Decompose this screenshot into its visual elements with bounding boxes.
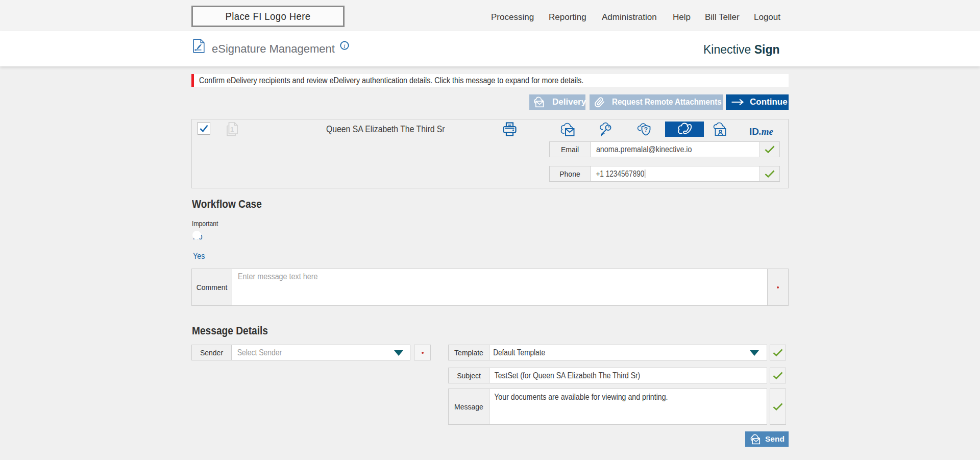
svg-text:?: ? <box>644 126 648 133</box>
svg-text:1: 1 <box>230 126 234 133</box>
svg-text:x: x <box>194 48 197 52</box>
svg-text:i: i <box>344 42 345 50</box>
